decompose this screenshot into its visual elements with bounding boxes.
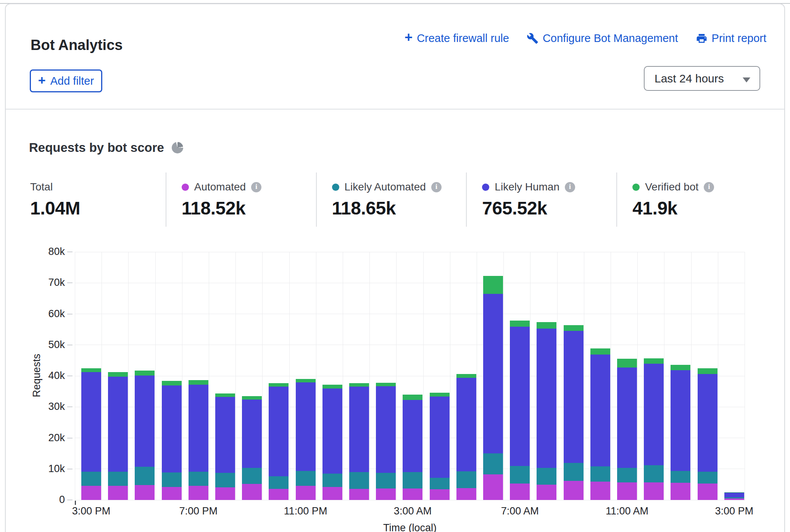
create-firewall-rule-label: Create firewall rule — [417, 32, 509, 45]
stat-label: Likely Automated — [345, 181, 426, 193]
y-axis-tick — [67, 251, 73, 252]
section-header: Requests by bot score — [29, 140, 183, 155]
bar-segment-verified-bot — [162, 381, 182, 385]
chevron-down-icon — [743, 77, 750, 82]
bar-segment-likely-automated — [590, 466, 610, 482]
bar-segment-verified-bot — [269, 383, 289, 387]
create-firewall-rule-link[interactable]: + Create firewall rule — [405, 31, 509, 45]
bar-segment-likely-automated — [617, 468, 637, 482]
y-axis-tick — [67, 469, 73, 469]
y-axis-tick-label: 10k — [34, 463, 65, 475]
bar-segment-verified-bot — [510, 321, 530, 326]
bar-segment-likely-automated — [242, 468, 262, 484]
bar-segment-automated — [403, 488, 422, 500]
x-gridline — [343, 252, 343, 500]
print-report-link[interactable]: Print report — [696, 32, 766, 45]
bar-segment-likely-human — [349, 387, 369, 472]
bar-segment-likely-automated — [108, 472, 128, 486]
info-icon[interactable] — [431, 182, 442, 192]
bar-segment-automated — [296, 486, 316, 500]
bar-segment-automated — [510, 484, 530, 500]
bar-segment-likely-human — [162, 385, 182, 472]
configure-bot-management-label: Configure Bot Management — [543, 32, 678, 45]
plot-area — [75, 252, 745, 500]
bar-segment-likely-automated — [483, 453, 503, 474]
y-gridline — [75, 314, 745, 314]
plus-icon: + — [405, 31, 413, 44]
bar-segment-likely-human — [376, 386, 396, 473]
bar-segment-verified-bot — [644, 358, 664, 364]
add-filter-button[interactable]: + Add filter — [30, 69, 102, 92]
bar-segment-likely-human — [108, 377, 128, 472]
x-gridline — [718, 252, 718, 500]
bar-segment-likely-human — [564, 331, 584, 463]
bar-segment-likely-automated — [376, 473, 396, 488]
info-icon[interactable] — [565, 182, 575, 192]
wrench-icon — [527, 32, 538, 44]
stat-value: 1.04M — [30, 198, 166, 219]
stat-verified-bot: Verified bot 41.9k — [616, 172, 767, 227]
bar-segment-automated — [242, 484, 262, 500]
bar-segment-likely-automated — [81, 472, 101, 486]
bar-segment-likely-human — [590, 355, 610, 466]
stat-label: Automated — [194, 181, 246, 193]
bar-segment-verified-bot — [564, 325, 584, 331]
info-icon[interactable] — [251, 182, 261, 192]
section-title: Requests by bot score — [29, 140, 164, 155]
bar-segment-automated — [162, 487, 182, 500]
x-gridline — [637, 252, 638, 500]
bar-segment-likely-automated — [269, 476, 289, 489]
bar-segment-likely-human — [322, 389, 342, 474]
y-axis-tick — [67, 345, 73, 345]
x-gridline — [450, 252, 450, 500]
bar-segment-verified-bot — [456, 374, 476, 378]
page-title: Bot Analytics — [31, 37, 123, 53]
bar-segment-likely-human — [189, 385, 208, 472]
header-actions: + Create firewall rule Configure Bot Man… — [405, 31, 766, 45]
bar-segment-automated — [537, 485, 556, 500]
stat-value: 765.52k — [482, 198, 616, 219]
info-icon[interactable] — [704, 182, 714, 192]
stat-total: Total 1.04M — [30, 172, 166, 227]
stat-value: 118.52k — [182, 198, 316, 219]
bar-segment-likely-human — [537, 329, 556, 468]
x-gridline — [289, 252, 290, 500]
bar-segment-verified-bot — [537, 322, 556, 328]
bar-segment-verified-bot — [617, 359, 637, 368]
bar-segment-likely-human — [403, 400, 422, 472]
x-axis-tick-label: 11:00 PM — [284, 505, 327, 517]
bar-segment-likely-automated — [430, 478, 450, 489]
x-gridline — [396, 252, 397, 500]
bar-segment-likely-automated — [698, 472, 717, 484]
bar-segment-automated — [617, 482, 637, 500]
y-axis-tick-label: 80k — [34, 246, 65, 258]
bar-segment-likely-human — [430, 397, 450, 478]
y-axis-tick-label: 20k — [34, 432, 65, 444]
bar-segment-verified-bot — [81, 368, 101, 372]
stat-label: Total — [30, 181, 53, 193]
stat-label: Likely Human — [495, 181, 559, 193]
bar-segment-automated — [376, 488, 396, 500]
verified-bot-dot — [632, 184, 640, 191]
print-report-label: Print report — [712, 32, 766, 45]
x-gridline — [209, 252, 209, 500]
bar-segment-verified-bot — [483, 276, 503, 294]
bar-segment-verified-bot — [376, 383, 396, 386]
x-axis-tick-label: 7:00 AM — [501, 505, 539, 517]
bar-segment-likely-automated — [403, 472, 422, 488]
bar-segment-likely-automated — [296, 471, 316, 485]
requests-by-bot-score-chart: Requests 010k20k30k40k50k60k70k80k3:00 P… — [0, 244, 790, 532]
bar-segment-likely-automated — [189, 472, 208, 486]
bar-segment-verified-bot — [108, 372, 128, 376]
bar-segment-automated — [698, 484, 717, 500]
pie-chart-icon — [172, 142, 183, 153]
y-axis-tick — [67, 376, 73, 376]
configure-bot-management-link[interactable]: Configure Bot Management — [527, 32, 678, 45]
x-gridline — [128, 252, 129, 500]
bar-segment-likely-automated — [537, 468, 556, 485]
x-axis-title: Time (local) — [383, 522, 437, 532]
bar-segment-verified-bot — [403, 395, 422, 400]
time-range-select[interactable]: Last 24 hours — [644, 66, 760, 91]
bar-segment-likely-human — [242, 400, 262, 468]
bar-segment-automated — [81, 486, 101, 500]
